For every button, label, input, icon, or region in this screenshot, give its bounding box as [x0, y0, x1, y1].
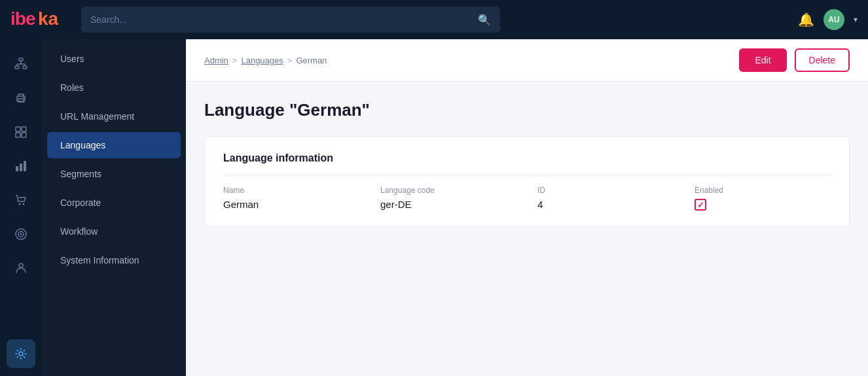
svg-rect-17	[20, 163, 22, 171]
sidebar-icon-chart[interactable]	[7, 152, 35, 180]
info-field-name: Name German	[223, 186, 354, 211]
svg-point-11	[23, 97, 24, 99]
sidebar-icon-cart[interactable]	[7, 186, 35, 214]
header-right: 🔔 AU ▾	[798, 9, 858, 30]
svg-rect-3	[15, 66, 19, 69]
nav-item-segments[interactable]: Segments	[47, 161, 181, 187]
search-input[interactable]	[90, 14, 471, 25]
enabled-checkbox: ✓	[695, 199, 706, 211]
nav-item-corporate[interactable]: Corporate	[47, 190, 181, 216]
nav-item-system-information[interactable]: System Information	[47, 247, 181, 273]
nav-item-languages[interactable]: Languages	[47, 132, 181, 158]
svg-point-24	[19, 264, 23, 267]
sidebar-icon-printer[interactable]	[7, 84, 35, 112]
id-label: ID	[537, 186, 668, 195]
avatar[interactable]: AU	[823, 9, 844, 30]
id-value: 4	[537, 199, 668, 210]
page-content: Language "German" Language information N…	[186, 82, 868, 245]
name-label: Name	[223, 186, 354, 195]
nav-item-url-management[interactable]: URL Management	[47, 103, 181, 129]
nav-item-workflow[interactable]: Workflow	[47, 218, 181, 245]
icon-sidebar-bottom	[7, 339, 35, 368]
header-actions: Edit Delete	[739, 48, 850, 72]
svg-rect-15	[22, 133, 26, 137]
top-header: ibe ka 🔍 🔔 AU ▾	[0, 0, 868, 39]
svg-point-20	[23, 203, 25, 205]
info-card-title: Language information	[223, 152, 831, 175]
sidebar-icon-org-chart[interactable]	[7, 50, 35, 78]
svg-rect-14	[16, 133, 20, 137]
bell-icon[interactable]: 🔔	[798, 12, 814, 27]
checkmark-icon: ✓	[697, 200, 704, 210]
language-info-card: Language information Name German Languag…	[204, 136, 850, 227]
sidebar-icon-grid[interactable]	[7, 118, 35, 146]
content-header: Admin > Languages > German Edit Delete	[186, 39, 868, 82]
svg-rect-16	[16, 166, 18, 171]
svg-rect-13	[22, 127, 26, 131]
edit-button[interactable]: Edit	[739, 48, 786, 72]
info-field-id: ID 4	[537, 186, 668, 211]
svg-rect-4	[23, 66, 27, 69]
logo: ibe ka	[10, 9, 63, 30]
sidebar-icon-target[interactable]	[7, 220, 35, 248]
search-bar[interactable]: 🔍	[81, 7, 500, 33]
breadcrumb-sep-1: >	[232, 56, 238, 65]
info-field-enabled: Enabled ✓	[695, 186, 825, 211]
delete-button[interactable]: Delete	[795, 48, 850, 72]
main-layout: Users Roles URL Management Languages Seg…	[0, 39, 868, 376]
svg-rect-18	[24, 161, 26, 171]
breadcrumb-languages[interactable]: Languages	[241, 56, 283, 65]
nav-item-users[interactable]: Users	[47, 46, 181, 72]
breadcrumb-sep-2: >	[287, 56, 293, 65]
svg-point-23	[20, 233, 22, 235]
sidebar-icon-settings[interactable]	[7, 339, 35, 368]
svg-rect-12	[16, 127, 20, 131]
svg-text:ibe: ibe	[10, 9, 35, 29]
enabled-label: Enabled	[695, 186, 825, 195]
info-row: Name German Language code ger-DE ID 4 En…	[223, 186, 831, 211]
content-area: Admin > Languages > German Edit Delete L…	[186, 39, 868, 376]
svg-rect-2	[19, 58, 23, 61]
svg-point-25	[19, 352, 23, 356]
code-value: ger-DE	[380, 199, 511, 210]
chevron-down-icon[interactable]: ▾	[854, 15, 858, 24]
nav-sidebar: Users Roles URL Management Languages Seg…	[42, 39, 186, 376]
breadcrumb-admin[interactable]: Admin	[204, 56, 228, 65]
breadcrumb: Admin > Languages > German	[204, 56, 327, 65]
svg-text:ka: ka	[38, 9, 59, 29]
icon-sidebar	[0, 39, 42, 376]
nav-item-roles[interactable]: Roles	[47, 75, 181, 101]
sidebar-icon-person[interactable]	[7, 254, 35, 282]
page-title: Language "German"	[204, 100, 850, 120]
name-value: German	[223, 199, 354, 210]
svg-point-19	[19, 203, 21, 205]
breadcrumb-current: German	[296, 56, 327, 65]
code-label: Language code	[380, 186, 511, 195]
info-field-code: Language code ger-DE	[380, 186, 511, 211]
search-icon: 🔍	[478, 14, 491, 26]
